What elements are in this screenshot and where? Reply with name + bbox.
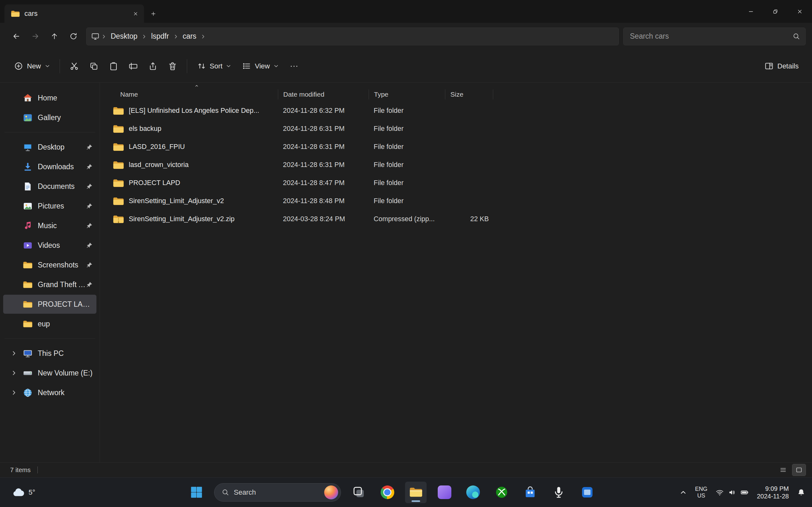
large-thumbnails-toggle[interactable] xyxy=(792,464,806,475)
breadcrumb-item-cars[interactable]: cars xyxy=(179,31,200,42)
column-header-label: Date modified xyxy=(283,91,324,98)
view-button-label: View xyxy=(255,62,270,70)
download-icon xyxy=(23,162,33,172)
file-name: LASD_2016_FPIU xyxy=(129,143,185,151)
taskbar-apps xyxy=(348,482,598,503)
details-button[interactable]: Details xyxy=(760,57,803,75)
file-row-sirensetting-limit-adjuster-v2-zip[interactable]: SirenSetting_Limit_Adjuster_v2.zip2024-0… xyxy=(105,210,812,228)
taskbar-file-explorer-button[interactable] xyxy=(405,482,426,503)
breadcrumb-item-desktop[interactable]: Desktop xyxy=(107,31,141,42)
minimize-button[interactable] xyxy=(739,0,763,23)
file-name: SirenSetting_Limit_Adjuster_v2.zip xyxy=(129,215,235,223)
maximize-restore-button[interactable] xyxy=(763,0,788,23)
file-row-lasd-2016-fpiu[interactable]: LASD_2016_FPIU2024-11-28 6:31 PMFile fol… xyxy=(105,138,812,156)
sidebar-item-label: Pictures xyxy=(38,202,64,210)
copy-button[interactable] xyxy=(85,57,103,75)
delete-button[interactable] xyxy=(163,57,182,75)
sidebar-item-eup[interactable]: eup xyxy=(3,314,96,333)
sidebar-item-pictures[interactable]: Pictures xyxy=(3,196,96,216)
taskbar-purple-app-button[interactable] xyxy=(434,482,455,503)
column-header-name[interactable]: Name xyxy=(105,89,278,100)
column-header-size[interactable]: Size xyxy=(445,89,493,100)
pin-icon xyxy=(86,222,93,229)
taskbar-media-app-button[interactable] xyxy=(576,482,598,503)
file-name-cell: SirenSetting_Limit_Adjuster_v2 xyxy=(105,196,278,206)
sidebar-item-music[interactable]: Music xyxy=(3,216,96,235)
sidebar-item-network[interactable]: Network xyxy=(3,383,96,402)
file-row-project-lapd[interactable]: PROJECT LAPD2024-11-28 8:47 PMFile folde… xyxy=(105,174,812,192)
sidebar-item-grand-theft-auto[interactable]: Grand Theft Auto xyxy=(3,275,96,294)
file-name: SirenSetting_Limit_Adjuster_v2 xyxy=(129,197,224,205)
mic-icon xyxy=(552,486,565,499)
breadcrumb[interactable]: Desktoplspdfrcars xyxy=(86,27,619,45)
back-button[interactable] xyxy=(8,28,25,45)
sidebar-item-home[interactable]: Home xyxy=(3,89,96,107)
tab-close-button[interactable] xyxy=(130,8,142,20)
paste-button[interactable] xyxy=(104,57,123,75)
toolbar-divider xyxy=(60,59,60,73)
search-box[interactable] xyxy=(623,27,806,45)
sidebar-item-project-lapd[interactable]: PROJECT LAPD xyxy=(3,295,96,314)
details-view-toggle[interactable] xyxy=(776,464,790,475)
up-button[interactable] xyxy=(46,28,63,45)
weather-widget[interactable]: 5° xyxy=(6,481,40,504)
file-size: 22 KB xyxy=(445,215,493,223)
forward-button[interactable] xyxy=(27,28,44,45)
notification-button[interactable] xyxy=(794,483,808,502)
store-icon xyxy=(523,486,537,499)
taskbar-task-view-button[interactable] xyxy=(348,482,369,503)
explorer-tab[interactable]: cars xyxy=(4,4,144,23)
clock[interactable]: 9:09 PM 2024-11-28 xyxy=(754,483,792,502)
items-count: 7 items xyxy=(10,466,31,474)
folder-icon xyxy=(113,124,124,134)
more-options-button[interactable] xyxy=(285,57,303,75)
start-button[interactable] xyxy=(186,482,207,503)
sidebar-item-label: Network xyxy=(38,389,64,397)
refresh-icon xyxy=(69,32,78,41)
file-row-sirensetting-limit-adjuster-v2[interactable]: SirenSetting_Limit_Adjuster_v22024-11-28… xyxy=(105,192,812,210)
cloud-icon xyxy=(11,486,26,499)
sidebar-item-new-volume-e[interactable]: New Volume (E:) xyxy=(3,363,96,383)
rename-button[interactable] xyxy=(124,57,142,75)
refresh-button[interactable] xyxy=(65,28,82,45)
taskbar-microsoft-store-button[interactable] xyxy=(519,482,541,503)
taskbar-chrome-button[interactable] xyxy=(376,482,398,503)
new-button[interactable]: New xyxy=(9,57,55,76)
taskbar-edge-button[interactable] xyxy=(462,482,484,503)
sidebar-item-downloads[interactable]: Downloads xyxy=(3,157,96,176)
file-row-els-backup[interactable]: els backup2024-11-28 6:31 PMFile folder xyxy=(105,120,812,138)
expand-chevron-icon xyxy=(11,389,17,396)
language-indicator[interactable]: ENG US xyxy=(692,483,710,502)
tray-time: 9:09 PM xyxy=(765,485,789,493)
sort-button[interactable]: Sort xyxy=(192,57,236,75)
close-window-button[interactable] xyxy=(788,0,812,23)
view-button[interactable]: View xyxy=(237,57,283,75)
column-header-date-modified[interactable]: Date modified xyxy=(278,89,368,100)
share-button[interactable] xyxy=(144,57,162,75)
taskbar-voice-app-button[interactable] xyxy=(548,482,569,503)
sidebar-item-documents[interactable]: Documents xyxy=(3,177,96,196)
file-row-lasd-crown-victoria[interactable]: lasd_crown_victoria2024-11-28 6:31 PMFil… xyxy=(105,156,812,174)
search-input[interactable] xyxy=(630,32,789,41)
sidebar-item-videos[interactable]: Videos xyxy=(3,236,96,255)
document-icon xyxy=(23,181,33,191)
new-tab-button[interactable] xyxy=(147,7,160,20)
details-button-label: Details xyxy=(777,62,799,70)
taskbar-search-box[interactable]: Search xyxy=(214,483,341,502)
file-date-modified: 2024-11-28 8:48 PM xyxy=(278,197,368,205)
pin-icon xyxy=(86,262,93,268)
sidebar-item-gallery[interactable]: Gallery xyxy=(3,108,96,127)
column-header-label: Name xyxy=(120,91,138,98)
sidebar-item-screenshots[interactable]: Screenshots xyxy=(3,256,96,274)
back-icon xyxy=(12,32,20,41)
sidebar-item-this-pc[interactable]: This PC xyxy=(3,344,96,363)
cut-button[interactable] xyxy=(65,57,84,75)
column-header-type[interactable]: Type xyxy=(368,89,445,100)
sidebar-item-desktop[interactable]: Desktop xyxy=(3,137,96,157)
expand-chevron-icon xyxy=(11,350,17,356)
tray-status-button[interactable] xyxy=(713,483,751,502)
breadcrumb-item-lspdfr[interactable]: lspdfr xyxy=(147,31,172,42)
tray-overflow-button[interactable] xyxy=(677,483,690,502)
file-row-els-unfinished-los-angeles-police-dep[interactable]: [ELS] Unfinished Los Angeles Police Dep.… xyxy=(105,102,812,120)
taskbar-xbox-button[interactable] xyxy=(491,482,512,503)
